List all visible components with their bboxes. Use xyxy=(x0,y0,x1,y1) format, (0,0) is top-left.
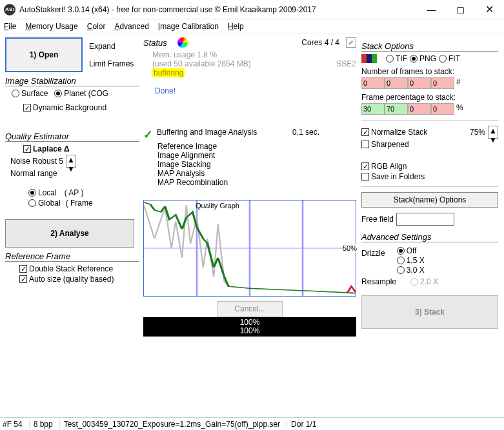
status-dor: Dor 1/1 xyxy=(287,420,316,429)
dynamic-background-checkbox[interactable]: Dynamic Background xyxy=(23,103,106,112)
rgb-swatch-icon xyxy=(361,54,377,63)
cores-label: Cores 4 / 4 xyxy=(301,38,339,47)
png-radio[interactable]: PNG xyxy=(410,54,436,63)
step-label: Reference Image xyxy=(157,142,293,151)
window-title: AutoStakkert! 3.0.14 (x64) - free for no… xyxy=(19,5,417,14)
analyse-button[interactable]: 2) Analyse xyxy=(5,219,134,248)
status-bpp: 8 bpp xyxy=(29,420,53,429)
minimize-button[interactable]: — xyxy=(417,0,446,19)
planet-radio[interactable]: Planet (COG xyxy=(54,89,108,98)
status-heading: Status xyxy=(143,38,167,48)
menu-help[interactable]: Help xyxy=(228,22,244,31)
limit-frames-label[interactable]: Limit Frames xyxy=(89,59,134,68)
status-filename: Test_003459_130720_Exposure=1.2ms_Gain=7… xyxy=(59,420,280,429)
app-icon: AS! xyxy=(4,4,15,15)
pct-frames-label: Frame percentage to stack: xyxy=(361,93,498,102)
num-frames-4[interactable] xyxy=(431,77,454,89)
close-button[interactable]: ✕ xyxy=(475,0,504,19)
status-frame-count: #F 54 xyxy=(3,420,23,429)
resample-20-radio[interactable]: 2.0 X xyxy=(410,277,438,286)
global-radio[interactable]: Global xyxy=(28,199,61,208)
quality-graph: Quality Graph 50% xyxy=(143,200,356,297)
normal-range-label: Normal range xyxy=(10,169,57,178)
stack-button[interactable]: 3) Stack xyxy=(361,295,498,329)
free-field-input[interactable] xyxy=(396,213,454,226)
rgb-align-checkbox[interactable]: RGB Align xyxy=(361,162,407,171)
buffering-status: buffering xyxy=(152,68,185,77)
open-button[interactable]: 1) Open xyxy=(5,37,83,72)
save-folders-checkbox[interactable]: Save in Folders xyxy=(361,172,425,181)
drizzle-off-radio[interactable]: Off xyxy=(397,246,425,255)
laplace-checkbox[interactable]: Laplace Δ xyxy=(23,144,70,153)
expand-label[interactable]: Expand xyxy=(89,42,134,51)
drizzle-30-radio[interactable]: 3.0 X xyxy=(397,266,425,275)
surface-radio[interactable]: Surface xyxy=(12,89,48,98)
sse-label: SSE2 xyxy=(336,59,356,68)
num-frames-label: Number of frames to stack: xyxy=(361,67,498,76)
mem-usage-pct: Mem. usage 1.8 % xyxy=(152,50,356,59)
tif-radio[interactable]: TIF xyxy=(386,54,407,63)
num-frames-3[interactable] xyxy=(408,77,431,89)
step-label: Image Stacking xyxy=(157,160,293,169)
menu-memory[interactable]: Memory Usage xyxy=(25,22,77,31)
normalize-checkbox[interactable]: Normalize Stack xyxy=(361,128,427,137)
menu-file[interactable]: File xyxy=(4,22,16,31)
step-label: Buffering and Image Analysis xyxy=(157,128,292,142)
sharpened-checkbox[interactable]: Sharpened xyxy=(361,140,409,149)
resample-label: Resample xyxy=(361,277,396,286)
menu-advanced[interactable]: Advanced xyxy=(114,22,148,31)
advanced-settings-heading: Advanced Settings xyxy=(361,232,498,242)
local-radio[interactable]: Local xyxy=(28,188,57,197)
stabilization-heading: Image Stabilization xyxy=(5,76,139,86)
pct-frames-4[interactable] xyxy=(431,103,454,115)
menu-calibration[interactable]: Image Calibration xyxy=(158,22,219,31)
stack-options-heading: Stack Options xyxy=(361,41,498,52)
check-icon: ✓ xyxy=(143,128,153,142)
free-field-label: Free field xyxy=(361,215,394,224)
cancel-button[interactable]: Cancel... xyxy=(217,301,282,317)
num-frames-1[interactable] xyxy=(361,77,385,89)
noise-robust-spinner[interactable]: ▲▼ xyxy=(66,155,76,168)
mem-usage-detail: (used 50 available 2654 MB) xyxy=(152,59,251,68)
step-label: MAP Analysis xyxy=(157,169,293,178)
num-frames-2[interactable] xyxy=(385,77,408,89)
noise-robust-label: Noise Robust 5 xyxy=(10,157,63,166)
color-wheel-icon[interactable] xyxy=(177,37,188,48)
menu-color[interactable]: Color xyxy=(87,22,106,31)
progress-bar: 100% 100% xyxy=(143,317,356,337)
pct-frames-2[interactable] xyxy=(385,103,408,115)
cores-expand-icon[interactable]: ⤢ xyxy=(346,37,356,48)
step-label: MAP Recombination xyxy=(157,178,293,187)
reference-frame-heading: Reference Frame xyxy=(5,251,139,262)
drizzle-label: Drizzle xyxy=(361,249,385,258)
fit-radio[interactable]: FIT xyxy=(439,54,460,63)
stackname-options-button[interactable]: Stack(name) Options xyxy=(361,192,498,208)
pct-frames-1[interactable] xyxy=(361,103,385,115)
done-status: Done! xyxy=(155,86,356,95)
auto-size-checkbox[interactable]: Auto size (quality based) xyxy=(19,275,114,284)
pct-frames-3[interactable] xyxy=(408,103,431,115)
quality-heading: Quality Estimator xyxy=(5,132,139,142)
normalize-spinner[interactable]: ▲▼ xyxy=(488,126,498,139)
maximize-button[interactable]: ▢ xyxy=(446,0,475,19)
step-label: Image Alignment xyxy=(157,151,293,160)
drizzle-15-radio[interactable]: 1.5 X xyxy=(397,256,425,265)
double-stack-checkbox[interactable]: Double Stack Reference xyxy=(19,264,113,273)
